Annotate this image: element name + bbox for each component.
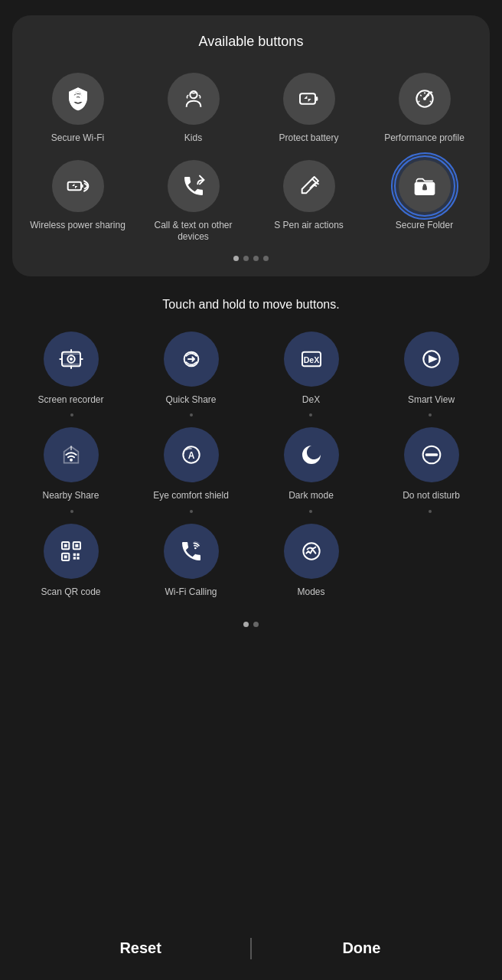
- hold-circle-modes: [284, 524, 339, 579]
- svg-rect-33: [64, 544, 67, 547]
- hold-grid-3: Scan QR code Wi-Fi Calling: [12, 519, 490, 603]
- hold-dot-1: [243, 622, 249, 627]
- btn-label-wireless-power-sharing: Wireless power sharing: [30, 220, 126, 232]
- svg-text:DeX: DeX: [303, 354, 320, 364]
- btn-wireless-power-sharing[interactable]: Wireless power sharing: [21, 155, 134, 248]
- hold-label-wifi-calling: Wi-Fi Calling: [165, 586, 217, 599]
- footer: Reset Done: [0, 916, 502, 980]
- btn-performance-profile[interactable]: Performance profile: [368, 68, 481, 149]
- svg-rect-39: [77, 557, 79, 559]
- svg-point-14: [70, 358, 73, 361]
- btn-call-text-other[interactable]: Call & text on other devices: [137, 155, 249, 248]
- smart-view-icon: [419, 347, 444, 371]
- battery-share-icon: [66, 174, 90, 198]
- battery-protect-icon: [297, 87, 321, 111]
- hold-dot-2: [253, 622, 259, 627]
- hold-btn-dnd[interactable]: Do not disturb: [373, 423, 490, 507]
- hold-btn-eye-comfort[interactable]: A Eye comfort shield: [132, 423, 249, 507]
- btn-protect-battery[interactable]: Protect battery: [253, 68, 365, 149]
- dot-4: [263, 256, 269, 261]
- svg-point-1: [77, 97, 80, 100]
- hold-label-scan-qr: Scan QR code: [41, 586, 100, 599]
- btn-circle-call-text-other: [168, 160, 220, 212]
- dex-icon: DeX: [299, 347, 324, 371]
- hold-section: Touch and hold to move buttons. Screen r…: [0, 276, 502, 707]
- hold-label-dex: DeX: [302, 394, 320, 407]
- dot-2: [243, 256, 249, 261]
- svg-rect-34: [75, 544, 78, 547]
- dark-mode-icon: [299, 443, 324, 467]
- wifi-calling-icon: [179, 539, 204, 564]
- hold-btn-modes[interactable]: Modes: [253, 519, 370, 603]
- hold-label-smart-view: Smart View: [408, 394, 455, 407]
- svg-point-6: [423, 97, 426, 100]
- row-separator-2: [12, 510, 490, 513]
- btn-label-kids: Kids: [184, 132, 202, 145]
- hold-label-quick-share: Quick Share: [165, 394, 216, 407]
- btn-circle-kids: [168, 73, 220, 125]
- qr-code-icon: [59, 539, 83, 564]
- screen-recorder-icon: [59, 347, 83, 371]
- btn-secure-wifi[interactable]: Secure Wi-Fi: [21, 68, 134, 149]
- row-separator-1: [12, 413, 490, 416]
- quick-share-icon: [179, 347, 204, 371]
- hold-btn-screen-recorder[interactable]: Screen recorder: [12, 327, 129, 411]
- btn-circle-s-pen-air: [283, 160, 335, 212]
- btn-label-s-pen-air: S Pen air actions: [274, 220, 344, 232]
- hold-label-modes: Modes: [297, 586, 324, 599]
- hold-circle-scan-qr: [44, 524, 99, 579]
- nearby-share-icon: [59, 443, 83, 467]
- hold-label-screen-recorder: Screen recorder: [37, 394, 103, 407]
- btn-kids[interactable]: Kids: [137, 68, 249, 149]
- hold-btn-wifi-calling[interactable]: Wi-Fi Calling: [132, 519, 249, 603]
- secure-folder-icon: [412, 174, 437, 198]
- hold-btn-quick-share[interactable]: Quick Share: [132, 327, 249, 411]
- speedometer-icon: [412, 87, 437, 111]
- hold-label-nearby-share: Nearby Share: [42, 490, 99, 502]
- btn-circle-performance-profile: [399, 73, 451, 125]
- btn-label-performance-profile: Performance profile: [384, 132, 465, 145]
- hold-btn-dex[interactable]: DeX DeX: [253, 327, 370, 411]
- hold-circle-wifi-calling: [164, 524, 219, 579]
- btn-label-secure-wifi: Secure Wi-Fi: [51, 132, 104, 145]
- svg-rect-3: [300, 93, 315, 103]
- dot-1: [233, 256, 239, 261]
- btn-circle-secure-wifi: [52, 73, 104, 125]
- svg-rect-8: [81, 185, 83, 188]
- hold-btn-dark-mode[interactable]: Dark mode: [253, 423, 370, 507]
- hold-label-eye-comfort: Eye comfort shield: [153, 490, 229, 502]
- hold-circle-dark-mode: [284, 427, 339, 482]
- hold-circle-smart-view: [404, 332, 459, 387]
- hold-btn-scan-qr[interactable]: Scan QR code: [12, 519, 129, 603]
- done-button[interactable]: Done: [252, 932, 471, 965]
- available-buttons-card: Available buttons Secure Wi-Fi: [12, 15, 490, 276]
- hold-btn-nearby-share[interactable]: Nearby Share: [12, 423, 129, 507]
- kids-icon: [181, 87, 206, 111]
- svg-text:A: A: [187, 451, 194, 462]
- btn-circle-protect-battery: [283, 73, 335, 125]
- dnd-icon: [419, 443, 444, 467]
- reset-button[interactable]: Reset: [31, 932, 250, 965]
- available-title: Available buttons: [21, 34, 481, 50]
- btn-label-secure-folder: Secure Folder: [396, 220, 453, 232]
- svg-rect-36: [73, 554, 75, 556]
- call-sync-icon: [181, 174, 206, 198]
- hold-circle-dex: DeX: [284, 332, 339, 387]
- svg-rect-4: [315, 96, 318, 100]
- hold-page-dots: [12, 622, 490, 627]
- svg-rect-38: [73, 557, 75, 559]
- hold-title: Touch and hold to move buttons.: [12, 298, 490, 312]
- modes-icon: [299, 539, 324, 564]
- btn-s-pen-air[interactable]: S Pen air actions: [253, 155, 365, 248]
- hold-label-dark-mode: Dark mode: [288, 490, 334, 502]
- available-grid: Secure Wi-Fi Kids: [21, 68, 481, 248]
- btn-secure-folder[interactable]: Secure Folder: [368, 155, 481, 248]
- hold-grid-2: Nearby Share A Eye comfort shield Dark m…: [12, 423, 490, 507]
- svg-point-24: [70, 459, 73, 462]
- eye-comfort-icon: A: [179, 443, 204, 467]
- hold-btn-smart-view[interactable]: Smart View: [373, 327, 490, 411]
- svg-point-2: [190, 91, 197, 98]
- btn-circle-wireless-power-sharing: [52, 160, 104, 212]
- btn-label-call-text-other: Call & text on other devices: [139, 220, 248, 243]
- hold-label-dnd: Do not disturb: [403, 490, 460, 502]
